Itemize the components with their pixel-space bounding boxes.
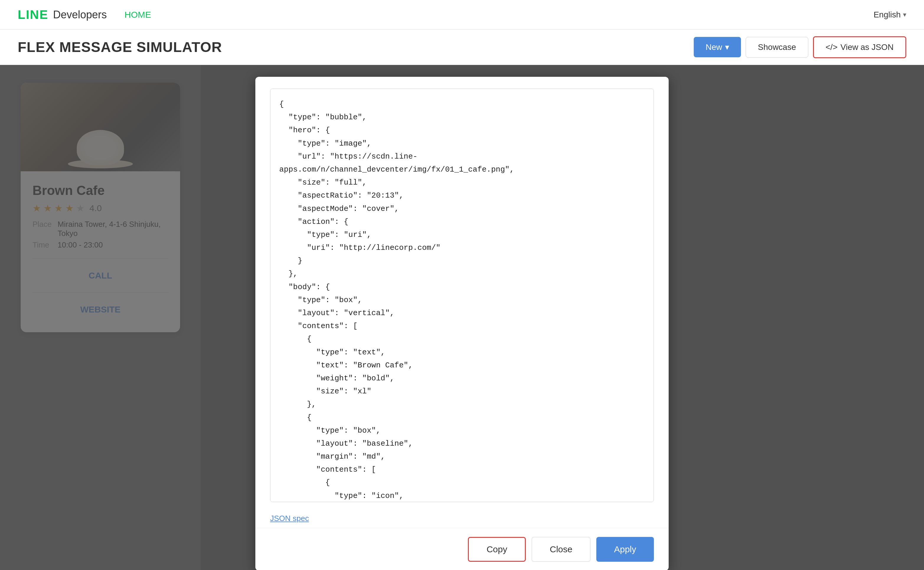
chevron-down-icon: ▾ (725, 42, 729, 52)
logo-developers: Developers (53, 9, 107, 21)
main-content: Brown Cafe ★ ★ ★ ★ ★ 4.0 Place Miraina T… (0, 65, 924, 570)
nav-home[interactable]: HOME (125, 10, 151, 20)
json-editor[interactable] (270, 89, 654, 502)
header-nav: HOME (125, 10, 151, 20)
language-label: English (874, 10, 901, 20)
view-json-label: View as JSON (840, 43, 893, 52)
logo-line: LINE (18, 8, 48, 22)
copy-button[interactable]: Copy (468, 537, 526, 562)
toolbar: FLEX MESSAGE SIMULATOR New ▾ Showcase </… (0, 29, 924, 65)
new-button-label: New (705, 43, 722, 52)
logo: LINE Developers (18, 8, 107, 22)
view-as-json-button[interactable]: </> View as JSON (813, 36, 906, 58)
close-button[interactable]: Close (532, 537, 591, 562)
json-modal: JSON spec Copy Close Apply (255, 77, 669, 570)
json-spec-link[interactable]: JSON spec (255, 509, 669, 528)
code-icon: </> (826, 43, 837, 52)
language-selector[interactable]: English ▾ (874, 10, 906, 20)
header: LINE Developers HOME English ▾ (0, 0, 924, 29)
header-right: English ▾ (874, 10, 906, 20)
showcase-button[interactable]: Showcase (746, 37, 808, 58)
chevron-down-icon: ▾ (903, 11, 906, 18)
page-title: FLEX MESSAGE SIMULATOR (18, 39, 222, 55)
modal-body (255, 77, 669, 509)
modal-overlay: JSON spec Copy Close Apply (0, 65, 924, 570)
modal-footer: Copy Close Apply (255, 528, 669, 570)
toolbar-actions: New ▾ Showcase </> View as JSON (694, 36, 906, 58)
new-button[interactable]: New ▾ (694, 37, 741, 57)
apply-button[interactable]: Apply (596, 537, 654, 562)
